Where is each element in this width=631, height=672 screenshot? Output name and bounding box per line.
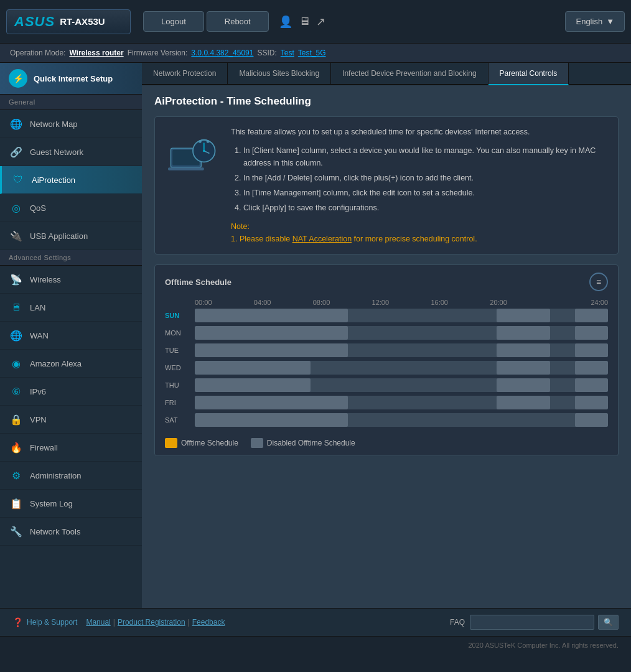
time-label-3: 12:00 xyxy=(372,299,431,306)
header-icons: 👤 🖥 ↗ xyxy=(279,15,325,29)
tools-icon: 🔧 xyxy=(9,524,24,539)
page-title: AiProtection - Time Scheduling xyxy=(154,95,619,108)
tab-parental-controls[interactable]: Parental Controls xyxy=(488,63,569,85)
feedback-link[interactable]: Feedback xyxy=(192,618,225,627)
sidebar-item-label: USB Application xyxy=(30,231,88,241)
monitor-icon[interactable]: 🖥 xyxy=(299,15,310,29)
time-bar-thu[interactable] xyxy=(195,378,608,392)
time-bar-sat[interactable] xyxy=(195,413,608,427)
product-reg-link[interactable]: Product Registration xyxy=(118,618,185,627)
segment-mon-3 xyxy=(575,326,608,340)
model-name: RT-AX53U xyxy=(60,16,105,27)
time-label-1: 04:00 xyxy=(254,299,313,306)
segment-sat-1 xyxy=(195,413,348,427)
time-bar-fri[interactable] xyxy=(195,396,608,409)
sidebar-item-firewall[interactable]: 🔥 Firewall xyxy=(0,434,142,462)
sidebar-item-aiprotection[interactable]: 🛡 AiProtection xyxy=(0,166,142,194)
segment-wed-3 xyxy=(575,361,608,375)
svg-rect-2 xyxy=(168,167,204,170)
alexa-icon: ◉ xyxy=(9,356,24,371)
time-header: 00:00 04:00 08:00 12:00 16:00 20:00 24:0… xyxy=(195,299,608,306)
help-support-link[interactable]: Help & Support xyxy=(27,618,77,627)
svg-point-9 xyxy=(207,140,209,142)
day-label-thu: THU xyxy=(165,381,195,389)
top-bar: ASUS RT-AX53U Logout Reboot 👤 🖥 ↗ Englis… xyxy=(0,0,631,44)
day-label-sat: SAT xyxy=(165,416,195,424)
general-section-label: General xyxy=(0,95,142,110)
segment-wed-2 xyxy=(497,361,550,375)
day-row-sat: SAT xyxy=(165,413,608,427)
reboot-button[interactable]: Reboot xyxy=(207,11,269,32)
schedule-settings-button[interactable]: ≡ xyxy=(589,273,608,291)
step-3: In [Time Management] column, click the e… xyxy=(243,187,608,199)
fw-value[interactable]: 3.0.0.4.382_45091 xyxy=(191,49,253,57)
link-icon: 🔗 xyxy=(9,144,24,159)
ssid-label: SSID: xyxy=(257,49,276,57)
quick-setup-item[interactable]: ⚡ Quick Internet Setup xyxy=(0,63,142,95)
sidebar-item-label: VPN xyxy=(30,415,47,424)
day-row-sun: SUN xyxy=(165,309,608,322)
disabled-swatch xyxy=(251,438,263,448)
tab-infected-device[interactable]: Infected Device Prevention and Blocking xyxy=(331,63,488,84)
sidebar: ⚡ Quick Internet Setup General 🌐 Network… xyxy=(0,63,142,608)
time-bar-sun[interactable] xyxy=(195,309,608,322)
copyright-text: 2020 ASUSTeK Computer Inc. All rights re… xyxy=(468,642,619,649)
time-bar-tue[interactable] xyxy=(195,343,608,357)
segment-tue-2 xyxy=(497,343,550,357)
sidebar-item-label: QoS xyxy=(30,203,46,213)
faq-area: FAQ 🔍 xyxy=(450,615,619,630)
segment-wed-1 xyxy=(195,361,311,375)
footer: ❓ Help & Support Manual | Product Regist… xyxy=(0,608,631,636)
fw-label: Firmware Version: xyxy=(128,49,188,57)
op-mode-value[interactable]: Wireless router xyxy=(69,49,123,57)
tab-network-protection[interactable]: Network Protection xyxy=(142,63,228,84)
main-layout: ⚡ Quick Internet Setup General 🌐 Network… xyxy=(0,63,631,608)
sidebar-item-network-tools[interactable]: 🔧 Network Tools xyxy=(0,518,142,546)
page-content: AiProtection - Time Scheduling xyxy=(142,85,631,608)
time-bar-mon[interactable] xyxy=(195,326,608,340)
user-icon[interactable]: 👤 xyxy=(279,15,292,29)
faq-search-button[interactable]: 🔍 xyxy=(598,615,619,630)
step-1: In [Client Name] column, select a device… xyxy=(243,144,608,169)
wan-icon: 🌐 xyxy=(9,328,24,343)
logout-button[interactable]: Logout xyxy=(143,11,204,32)
share-icon[interactable]: ↗ xyxy=(316,15,325,29)
language-button[interactable]: English ▼ xyxy=(565,11,625,32)
sidebar-item-ipv6[interactable]: ⑥ IPv6 xyxy=(0,378,142,406)
tab-malicious-sites[interactable]: Malicious Sites Blocking xyxy=(228,63,331,84)
sidebar-item-wan[interactable]: 🌐 WAN xyxy=(0,322,142,350)
manual-link[interactable]: Manual xyxy=(86,618,110,627)
sidebar-item-qos[interactable]: ◎ QoS xyxy=(0,194,142,222)
segment-sun-2 xyxy=(497,309,550,322)
advanced-section-label: Advanced Settings xyxy=(0,250,142,266)
footer-links: Manual | Product Registration | Feedback xyxy=(81,618,225,627)
sidebar-item-administration[interactable]: ⚙ Administration xyxy=(0,462,142,490)
sidebar-item-label: Network Tools xyxy=(30,527,80,536)
time-label-4: 16:00 xyxy=(431,299,490,306)
admin-icon: ⚙ xyxy=(9,468,24,483)
sidebar-item-label: System Log xyxy=(30,499,73,508)
sidebar-item-vpn[interactable]: 🔒 VPN xyxy=(0,406,142,434)
faq-search-input[interactable] xyxy=(470,615,594,630)
ssid1-value[interactable]: Test xyxy=(281,49,294,57)
sidebar-item-amazon-alexa[interactable]: ◉ Amazon Alexa xyxy=(0,350,142,378)
help-icon[interactable]: ❓ xyxy=(12,617,23,627)
sidebar-item-lan[interactable]: 🖥 LAN xyxy=(0,294,142,322)
quick-setup-label: Quick Internet Setup xyxy=(34,74,113,83)
sidebar-item-usb-application[interactable]: 🔌 USB Application xyxy=(0,222,142,250)
info-text-block: This feature allows you to set up a sche… xyxy=(231,126,608,245)
sidebar-item-network-map[interactable]: 🌐 Network Map xyxy=(0,110,142,138)
sidebar-item-wireless[interactable]: 📡 Wireless xyxy=(0,266,142,294)
chevron-down-icon: ▼ xyxy=(606,17,614,26)
time-bar-wed[interactable] xyxy=(195,361,608,375)
day-row-fri: FRI xyxy=(165,396,608,409)
nat-acceleration-link[interactable]: NAT Acceleration xyxy=(292,235,352,243)
offtime-label: Offtime Schedule xyxy=(181,439,238,447)
segment-thu-3 xyxy=(575,378,608,392)
sidebar-item-label: Guest Network xyxy=(30,147,83,157)
svg-point-8 xyxy=(199,140,201,142)
ssid2-value[interactable]: Test_5G xyxy=(298,49,326,57)
sidebar-item-system-log[interactable]: 📋 System Log xyxy=(0,490,142,518)
sidebar-item-guest-network[interactable]: 🔗 Guest Network xyxy=(0,138,142,166)
schedule-section: Offtime Schedule ≡ 00:00 04:00 08:00 12:… xyxy=(154,264,619,456)
